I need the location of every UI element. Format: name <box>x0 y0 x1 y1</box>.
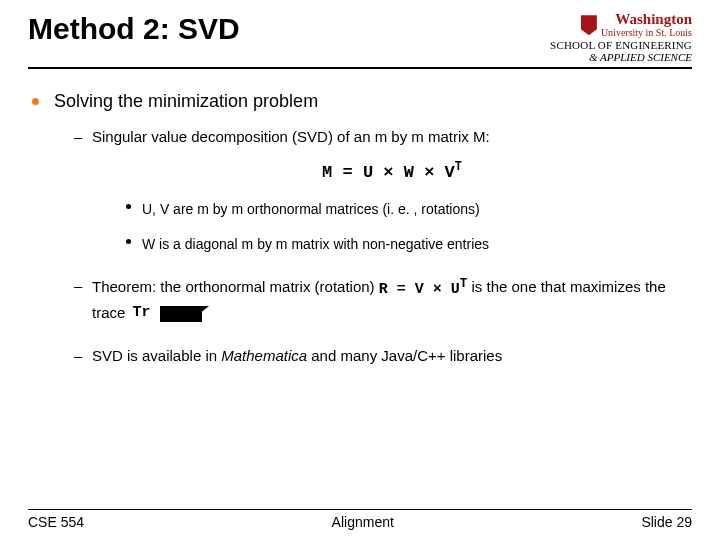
sub-1a: U, V are m by m orthonormal matrices (i.… <box>126 199 692 220</box>
trace-label: Tr <box>133 304 151 321</box>
footer-topic: Alignment <box>332 514 394 530</box>
eq-main-sup: T <box>455 160 462 174</box>
content: Solving the minimization problem Singula… <box>28 91 692 367</box>
sub-2: Theorem: the orthonormal matrix (rotatio… <box>74 275 692 325</box>
trace-fragment-icon <box>160 306 202 322</box>
slide: Method 2: SVD Washington University in S… <box>0 0 720 540</box>
shield-icon <box>581 15 597 35</box>
university-logo: Washington University in St. Louis SCHOO… <box>550 12 692 63</box>
equation-svd: M = U × W × VT <box>322 159 462 185</box>
sub-2-pre: Theorem: the orthonormal matrix (rotatio… <box>92 278 379 295</box>
sub-1-text: Singular value decomposition (SVD) of an… <box>92 128 490 145</box>
bullet-1: Solving the minimization problem Singula… <box>32 91 692 367</box>
sub-3b: Mathematica <box>221 347 307 364</box>
footer: CSE 554 Alignment Slide 29 <box>28 509 692 530</box>
logo-top-row: Washington University in St. Louis <box>550 12 692 38</box>
bullet-1-text: Solving the minimization problem <box>54 91 318 111</box>
eq-r: R = V × U <box>379 281 460 298</box>
logo-university: Washington <box>601 12 692 28</box>
sub-3c: and many Java/C++ libraries <box>307 347 502 364</box>
sub-1b: W is a diagonal m by m matrix with non-n… <box>126 234 692 255</box>
footer-slide-number: Slide 29 <box>641 514 692 530</box>
equation-row: M = U × W × VT <box>92 159 692 185</box>
logo-school-line2: & APPLIED SCIENCE <box>550 52 692 64</box>
bullet-list: Solving the minimization problem Singula… <box>28 91 692 367</box>
sub-list: Singular value decomposition (SVD) of an… <box>54 126 692 367</box>
sub-3: SVD is available in Mathematica and many… <box>74 345 692 368</box>
sub-sub-list: U, V are m by m orthonormal matrices (i.… <box>92 199 692 255</box>
sub-1: Singular value decomposition (SVD) of an… <box>74 126 692 255</box>
eq-main: M = U × W × V <box>322 163 455 182</box>
header: Method 2: SVD Washington University in S… <box>28 12 692 69</box>
equation-r: R = V × UT <box>379 275 468 302</box>
sub-3a: SVD is available in <box>92 347 221 364</box>
footer-course: CSE 554 <box>28 514 84 530</box>
logo-city: University in St. Louis <box>601 28 692 39</box>
eq-r-sup: T <box>460 277 468 291</box>
slide-title: Method 2: SVD <box>28 12 240 46</box>
